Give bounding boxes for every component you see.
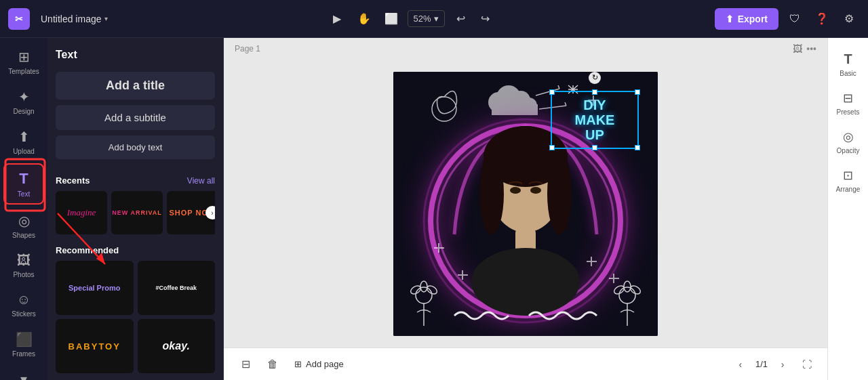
settings-icon-button[interactable]: ⚙	[838, 8, 860, 30]
sidebar-item-design[interactable]: ✦ Design	[3, 83, 44, 121]
add-subtitle-button[interactable]: Add a subtitle	[56, 105, 215, 130]
add-title-button[interactable]: Add a title	[56, 72, 215, 100]
file-name: Untitled image	[41, 14, 102, 24]
svg-point-4	[511, 91, 530, 110]
prev-page-button[interactable]: ‹	[731, 355, 750, 374]
right-panel-presets[interactable]: ⊟ Presets	[831, 85, 866, 121]
svg-point-37	[629, 284, 642, 295]
fullscreen-button[interactable]: ⛶	[797, 355, 816, 374]
svg-rect-25	[515, 228, 536, 255]
plus-icon: ⊞	[294, 359, 302, 369]
sidebar-item-label: Shapes	[12, 232, 35, 239]
opacity-icon: ◎	[843, 129, 854, 144]
svg-point-17	[431, 126, 620, 316]
okay-text: okay.	[163, 340, 190, 352]
view-all-link[interactable]: View all	[187, 176, 215, 186]
file-info: Untitled image ▾	[41, 14, 108, 24]
canvas-area: Page 1 🖼 ••• 🖼 •••	[224, 38, 827, 380]
left-nav: ⊞ Templates ✦ Design ⬆ Upload T Text ◎ S…	[0, 38, 47, 380]
frame-tool-button[interactable]: ⬜	[380, 8, 402, 30]
delete-page-button[interactable]: 🗑	[262, 354, 283, 375]
redo-button[interactable]: ↪	[475, 8, 496, 30]
next-page-button[interactable]: ›	[773, 355, 792, 374]
handle-tr[interactable]	[635, 89, 640, 95]
recent-item-new-arrival[interactable]: NEW ARRIVAL	[111, 191, 163, 234]
zoom-control[interactable]: 52% ▾	[408, 10, 445, 27]
sidebar-item-text[interactable]: T Text	[3, 163, 44, 205]
basic-label: Basic	[840, 70, 856, 77]
canvas-image[interactable]: DIYMAKEUP ↻	[393, 72, 658, 336]
presets-icon: ⊟	[843, 91, 853, 106]
panel-title: Text	[56, 49, 215, 61]
svg-point-24	[547, 153, 572, 234]
sidebar-item-templates[interactable]: ⊞ Templates	[3, 43, 44, 81]
image-icon: 🖼	[793, 43, 802, 54]
right-panel-opacity[interactable]: ◎ Opacity	[831, 124, 866, 160]
right-panel-basic[interactable]: T Basic	[831, 46, 866, 83]
recommended-item-special-promo[interactable]: Special Promo	[56, 261, 134, 315]
page-label: Page 1	[235, 44, 260, 54]
imagine-text: Imagine	[67, 207, 96, 218]
svg-point-3	[496, 85, 521, 110]
sidebar-item-label: Text	[18, 190, 30, 198]
svg-point-28	[530, 187, 541, 194]
svg-point-38	[624, 281, 631, 292]
recents-header: Recents View all	[56, 175, 215, 186]
handle-br[interactable]	[635, 145, 640, 150]
recommended-item-okay[interactable]: okay.	[138, 319, 216, 373]
chevron-down-icon: ▾	[20, 371, 27, 380]
main-layout: ⊞ Templates ✦ Design ⬆ Upload T Text ◎ S…	[0, 38, 868, 380]
add-page-label: Add page	[306, 359, 344, 369]
canvas-selected-text[interactable]: DIYMAKEUP ↻	[551, 91, 639, 149]
recents-label: Recents	[56, 175, 90, 186]
svg-rect-6	[492, 104, 538, 115]
topbar: ✂ Untitled image ▾ ▶ ✋ ⬜ 52% ▾ ↩ ↪ ⬆ Exp…	[0, 0, 868, 38]
svg-point-27	[510, 187, 521, 194]
zoom-chevron-icon: ▾	[434, 14, 439, 24]
design-icon: ✦	[18, 89, 30, 105]
export-label: Export	[738, 14, 768, 24]
help-icon-button[interactable]: ❓	[811, 8, 833, 30]
svg-point-23	[479, 153, 504, 234]
recommended-item-babytoy[interactable]: BABYTOY	[56, 319, 134, 373]
file-chevron-icon[interactable]: ▾	[104, 15, 108, 22]
recents-scroll-right-button[interactable]: ›	[205, 206, 215, 219]
handle-tc[interactable]	[592, 89, 597, 95]
recommended-item-coffee-break[interactable]: #Coffee Break	[138, 261, 216, 315]
rotate-handle[interactable]: ↻	[589, 72, 601, 84]
bottom-bar: ⊟ 🗑 ⊞ Add page ‹ 1/1 › ⛶	[224, 347, 827, 380]
canvas-header: Page 1 🖼 •••	[224, 38, 827, 60]
add-body-button[interactable]: Add body text	[56, 135, 215, 159]
bottom-right: ‹ 1/1 › ⛶	[731, 355, 816, 374]
handle-tl[interactable]	[549, 89, 555, 95]
canvas-scroll[interactable]: 🖼 •••	[224, 60, 827, 347]
sidebar-item-photos[interactable]: 🖼 Photos	[3, 247, 44, 284]
recommended-header: Recommended	[56, 245, 215, 255]
sidebar-item-more[interactable]: ▾	[3, 366, 44, 380]
select-tool-button[interactable]: ▶	[326, 8, 348, 30]
zoom-level: 52%	[414, 14, 431, 24]
handle-bl[interactable]	[549, 145, 555, 150]
sidebar-item-label: Stickers	[12, 310, 36, 318]
add-page-button[interactable]: ⊞ Add page	[289, 356, 349, 372]
page-thumbnail-button[interactable]: ⊟	[235, 354, 256, 375]
canvas-text-content: DIYMAKEUP	[557, 98, 632, 142]
app-logo[interactable]: ✂	[8, 8, 30, 30]
templates-icon: ⊞	[18, 49, 30, 65]
recent-item-imagine[interactable]: Imagine	[56, 191, 107, 234]
sidebar-item-upload[interactable]: ⬆ Upload	[3, 123, 44, 161]
more-options-icon[interactable]: •••	[806, 43, 816, 54]
recents-grid: Imagine NEW ARRIVAL SHOP NOW ›	[56, 191, 215, 234]
move-tool-button[interactable]: ✋	[353, 8, 375, 30]
sidebar-item-label: Upload	[13, 148, 35, 155]
svg-point-36	[613, 284, 626, 295]
shield-icon-button[interactable]: 🛡	[784, 8, 806, 30]
right-panel-arrange[interactable]: ⊡ Arrange	[831, 163, 866, 198]
handle-bc[interactable]	[592, 145, 597, 150]
undo-button[interactable]: ↩	[450, 8, 472, 30]
export-button[interactable]: ⬆ Export	[715, 8, 778, 30]
sidebar-item-stickers[interactable]: ☺ Stickers	[3, 287, 44, 323]
sidebar-item-shapes[interactable]: ◎ Shapes	[3, 207, 44, 245]
sidebar-item-frames[interactable]: ⬛ Frames	[3, 326, 44, 363]
arrange-icon: ⊡	[843, 168, 853, 183]
